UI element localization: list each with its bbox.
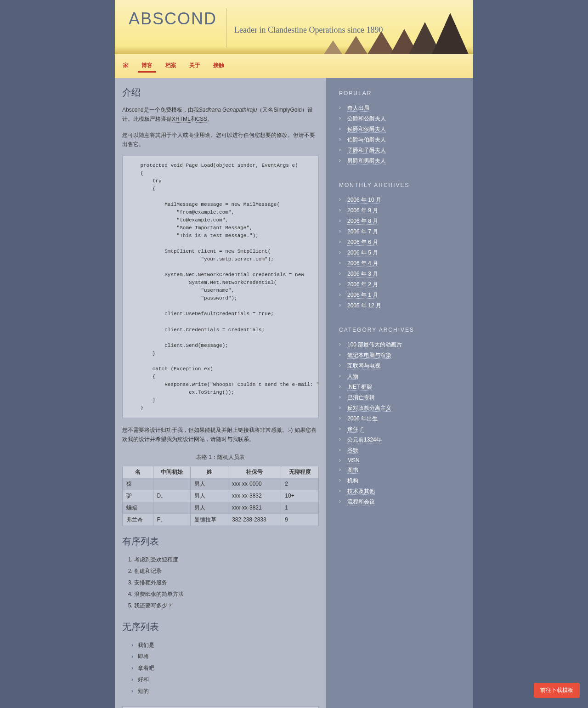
- sidebar: POPULAR 奇人出局公爵和公爵夫人侯爵和侯爵夫人伯爵与伯爵夫人子爵和子爵夫人…: [326, 78, 473, 708]
- sidebar-category-item-link[interactable]: 100 部最伟大的动画片: [347, 341, 402, 348]
- sidebar-category-item-link[interactable]: 谷歌: [347, 447, 358, 454]
- sidebar-category-item: 机构: [339, 476, 465, 486]
- unordered-list: 我们是即将拿着吧好和短的: [131, 640, 319, 697]
- ordered-list-heading: 有序列表: [122, 535, 319, 548]
- sidebar-category-item-link[interactable]: 流程和会议: [347, 498, 375, 505]
- people-table: 表格 1：随机人员表 名中间初始姓社保号无聊程度 猿男人xxx-xx-00002…: [122, 451, 319, 526]
- sidebar-monthly-item-link[interactable]: 2006 年 4 月: [347, 260, 378, 267]
- intro-p1: Abscond是一个免费模板，由我Sadhana Ganapathiraju（又…: [122, 105, 319, 124]
- list-item: 我们是: [131, 640, 319, 651]
- sidebar-popular-item-link[interactable]: 公爵和公爵夫人: [347, 115, 386, 122]
- sidebar-category-item: 谷歌: [339, 445, 465, 456]
- sidebar-category-item: 流程和会议: [339, 497, 465, 507]
- sidebar-monthly-item-link[interactable]: 2006 年 6 月: [347, 239, 378, 246]
- list-item: 安排额外服务: [134, 577, 319, 589]
- sidebar-popular-item-link[interactable]: 伯爵与伯爵夫人: [347, 136, 386, 143]
- sidebar-category-item-link[interactable]: .NET 框架: [347, 384, 372, 391]
- header: ABSCOND Leader in Clandestine Operations…: [115, 0, 473, 54]
- header-divider: [226, 8, 226, 47]
- sidebar-monthly-item-link[interactable]: 2006 年 9 月: [347, 207, 378, 214]
- sidebar-monthly-item-link[interactable]: 2006 年 8 月: [347, 218, 378, 225]
- monthly-heading: MONTHLY ARCHIVES: [339, 182, 465, 188]
- sidebar-category-item-link[interactable]: 机构: [347, 477, 358, 484]
- sidebar-category-item: 100 部最伟大的动画片: [339, 340, 465, 350]
- ordered-list: 考虑到受欢迎程度创建和记录安排额外服务浪费纸张的简单方法我还要写多少？: [134, 554, 319, 612]
- table-header: 姓: [191, 466, 228, 478]
- sidebar-category-item-link[interactable]: 公元前1324年: [347, 436, 382, 443]
- sidebar-monthly-item-link[interactable]: 2006 年 7 月: [347, 228, 378, 235]
- sidebar-monthly-item: 2006 年 10 月: [339, 195, 465, 205]
- table-row: 驴D。男人xxx-xx-383210+: [123, 490, 319, 502]
- sidebar-category-item: 反对政教分离主义: [339, 403, 465, 413]
- sidebar-monthly-item: 2006 年 5 月: [339, 248, 465, 258]
- download-template-button[interactable]: 前往下载模板: [534, 683, 580, 698]
- sidebar-monthly-item-link[interactable]: 2006 年 2 月: [347, 281, 378, 288]
- sidebar-popular-item: 子爵和子爵夫人: [339, 145, 465, 156]
- sidebar-category-item-link[interactable]: 2006 年出生: [347, 415, 378, 422]
- sidebar-popular-item: 侯爵和侯爵夫人: [339, 124, 465, 135]
- sidebar-category-item-link[interactable]: 技术及其他: [347, 488, 375, 495]
- nav-link-4[interactable]: 接触: [209, 60, 228, 71]
- sidebar-monthly-item-link[interactable]: 2006 年 10 月: [347, 197, 381, 204]
- sidebar-category-item: MSN: [339, 456, 465, 465]
- sidebar-monthly-item: 2006 年 7 月: [339, 227, 465, 237]
- table-row: 弗兰奇F。曼德拉草382-238-28339: [123, 514, 319, 526]
- sidebar-category-item-link[interactable]: MSN: [347, 457, 360, 464]
- sidebar-monthly-item-link[interactable]: 2006 年 5 月: [347, 249, 378, 256]
- list-item: 短的: [131, 685, 319, 697]
- sidebar-category-item-link[interactable]: 人物: [347, 373, 358, 380]
- nav-link-3[interactable]: 关于: [186, 60, 204, 71]
- intro-heading: 介绍: [122, 86, 319, 99]
- list-item: 我还要写多少？: [134, 600, 319, 612]
- sidebar-monthly-item: 2006 年 4 月: [339, 258, 465, 269]
- list-item: 浪费纸张的简单方法: [134, 589, 319, 600]
- list-item: 创建和记录: [134, 566, 319, 577]
- sidebar-category-item-link[interactable]: 图书: [347, 467, 358, 474]
- table-caption: 表格 1：随机人员表: [122, 451, 319, 466]
- intro-p2: 您可以随意将其用于个人或商业用途。您可以进行任何您想要的修改。但请不要出售它。: [122, 130, 319, 149]
- table-row: 猿男人xxx-xx-00002: [123, 478, 319, 490]
- sidebar-popular-item-link[interactable]: 奇人出局: [347, 105, 369, 112]
- table-row: 蝙蝠男人xxx-xx-38211: [123, 502, 319, 514]
- sidebar-monthly-item-link[interactable]: 2006 年 3 月: [347, 271, 378, 278]
- nav-bar: 家博客档案关于接触: [115, 54, 473, 78]
- sidebar-category-item: .NET 框架: [339, 382, 465, 392]
- table-header: 中间初始: [153, 466, 191, 478]
- sidebar-category-item: 已消亡专辑: [339, 392, 465, 403]
- sidebar-monthly-item: 2006 年 9 月: [339, 205, 465, 216]
- sidebar-popular-item: 公爵和公爵夫人: [339, 113, 465, 124]
- list-item: 好和: [131, 674, 319, 685]
- sidebar-popular-item: 奇人出局: [339, 103, 465, 113]
- table-header: 社保号: [228, 466, 281, 478]
- sidebar-category-item: 图书: [339, 465, 465, 476]
- nav-link-2[interactable]: 档案: [162, 60, 180, 71]
- sidebar-category-item-link[interactable]: 反对政教分离主义: [347, 405, 391, 412]
- sidebar-category-item-link[interactable]: 已消亡专辑: [347, 394, 375, 401]
- popular-heading: POPULAR: [339, 90, 465, 96]
- sidebar-popular-item-link[interactable]: 男爵和男爵夫人: [347, 158, 386, 164]
- sidebar-category-item: 人物: [339, 371, 465, 382]
- sidebar-monthly-item-link[interactable]: 2006 年 1 月: [347, 292, 378, 299]
- nav-link-0[interactable]: 家: [119, 60, 132, 71]
- table-header: 名: [123, 466, 153, 478]
- sidebar-category-item: 互联网与电视: [339, 361, 465, 371]
- intro-p3: 您不需要将设计归功于我，但如果能提及并附上链接我将非常感激。:-) 如果您喜欢我…: [122, 425, 319, 444]
- code-block: protected void Page_Load(object sender, …: [122, 156, 319, 419]
- sidebar-category-item-link[interactable]: 互联网与电视: [347, 362, 380, 369]
- unordered-list-heading: 无序列表: [122, 621, 319, 633]
- sidebar-category-item-link[interactable]: 迷住了: [347, 426, 364, 433]
- sidebar-monthly-item-link[interactable]: 2005 年 12 月: [347, 302, 381, 309]
- sidebar-popular-item-link[interactable]: 侯爵和侯爵夫人: [347, 126, 386, 133]
- sidebar-category-item-link[interactable]: 笔记本电脑与渲染: [347, 352, 391, 359]
- list-item: 拿着吧: [131, 663, 319, 674]
- sidebar-monthly-item: 2006 年 1 月: [339, 290, 465, 300]
- sidebar-popular-item: 伯爵与伯爵夫人: [339, 135, 465, 145]
- sidebar-popular-item-link[interactable]: 子爵和子爵夫人: [347, 147, 386, 154]
- nav-link-1[interactable]: 博客: [138, 60, 156, 73]
- table-header: 无聊程度: [281, 466, 319, 478]
- sidebar-monthly-item: 2006 年 8 月: [339, 216, 465, 227]
- category-heading: CATEGORY ARCHIVES: [339, 327, 465, 333]
- main-content: 介绍 Abscond是一个免费模板，由我Sadhana Ganapathiraj…: [115, 78, 326, 708]
- blockquote: 以下是一些引用的（带有一些种类的内容，还有一些已删除的文字。: [122, 706, 319, 708]
- site-tagline: Leader in Clandestine Operations since 1…: [234, 25, 383, 35]
